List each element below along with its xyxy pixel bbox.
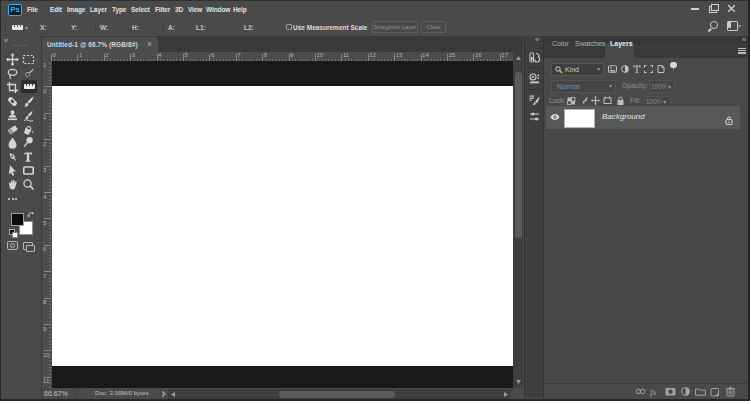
svg-text:fx: fx — [650, 387, 657, 397]
